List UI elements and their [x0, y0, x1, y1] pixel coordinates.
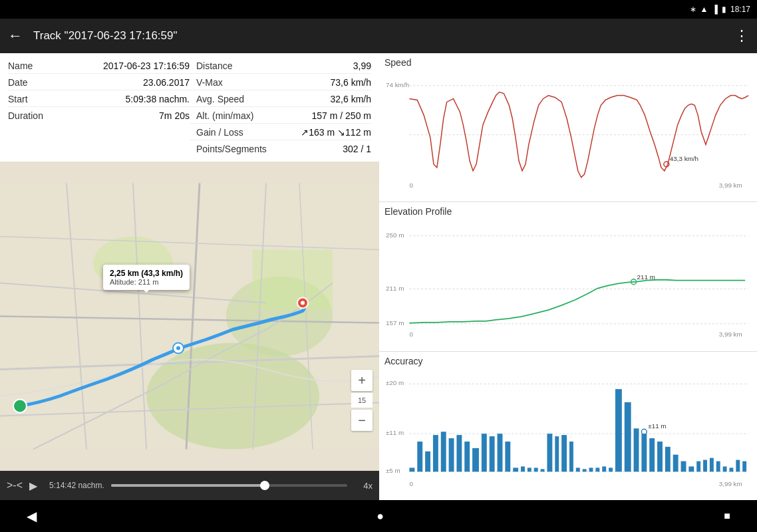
info-row-name: Name 2017-06-23 17:16:59	[8, 59, 190, 74]
svg-rect-58	[528, 467, 531, 471]
battery-icon: ▮	[722, 5, 726, 14]
alt-value: 157 m / 250 m	[312, 110, 372, 121]
vmax-label: V-Max	[196, 77, 249, 88]
more-options-button[interactable]: ⋮	[734, 27, 749, 45]
svg-rect-88	[742, 461, 746, 471]
left-panel: Name 2017-06-23 17:16:59 Date 23.06.2017…	[0, 53, 379, 500]
svg-point-19	[176, 346, 180, 350]
info-col-left: Name 2017-06-23 17:16:59 Date 23.06.2017…	[8, 59, 190, 156]
gain-label: Gain / Loss	[196, 127, 249, 138]
svg-rect-64	[569, 442, 573, 471]
zoom-in-button[interactable]: +	[351, 370, 373, 391]
rewind-button[interactable]: >-<	[7, 479, 23, 491]
svg-rect-74	[641, 434, 647, 471]
svg-rect-51	[472, 448, 479, 471]
zoom-out-button[interactable]: −	[351, 410, 373, 431]
speed-chart-section: Speed 74 km/h 43,3 km/h 0 3,99 km	[379, 53, 757, 202]
svg-rect-62	[555, 436, 559, 471]
app-bar: ← Track "2017-06-23 17:16:59" ⋮	[0, 19, 757, 53]
svg-text:43,3 km/h: 43,3 km/h	[670, 155, 698, 162]
date-label: Date	[8, 77, 61, 88]
svg-rect-48	[449, 438, 454, 471]
svg-point-17	[301, 301, 305, 305]
svg-rect-67	[589, 467, 593, 471]
svg-text:±20 m: ±20 m	[386, 379, 404, 386]
svg-text:±11 m: ±11 m	[386, 429, 404, 436]
svg-text:0: 0	[409, 182, 413, 189]
svg-rect-65	[576, 467, 580, 471]
svg-rect-73	[634, 428, 639, 471]
info-row-duration: Duration 7m 20s	[8, 108, 190, 123]
name-value: 2017-06-23 17:16:59	[103, 61, 190, 71]
svg-text:211 m: 211 m	[637, 273, 655, 281]
playback-bar: >-< ▶ 5:14:42 nachm. 4x	[0, 471, 379, 500]
svg-text:3,99 km: 3,99 km	[719, 480, 742, 487]
info-row-points: Points/Segments 302 / 1	[190, 142, 371, 156]
info-row-alt: Alt. (min/max) 157 m / 250 m	[190, 108, 371, 124]
speed-chart-area: 74 km/h 43,3 km/h 0 3,99 km	[384, 69, 752, 200]
playback-time: 5:14:42 nachm.	[49, 481, 104, 490]
svg-rect-63	[561, 435, 567, 471]
elevation-chart-title: Elevation Profile	[384, 206, 752, 217]
svg-rect-77	[665, 447, 671, 471]
svg-rect-71	[615, 389, 622, 471]
info-table: Name 2017-06-23 17:16:59 Date 23.06.2017…	[0, 53, 379, 162]
progress-fill	[111, 484, 265, 487]
vmax-value: 73,6 km/h	[331, 77, 371, 88]
svg-rect-55	[505, 442, 510, 471]
svg-rect-85	[723, 466, 727, 471]
svg-rect-57	[521, 466, 525, 471]
info-row-start: Start 5:09:38 nachm.	[8, 92, 190, 107]
svg-text:3,99 km: 3,99 km	[719, 182, 742, 189]
date-value: 23.06.2017	[143, 77, 190, 88]
playback-speed: 4x	[354, 481, 373, 491]
nav-back-button[interactable]: ◀	[27, 508, 37, 524]
svg-rect-82	[703, 460, 707, 471]
svg-point-15	[13, 400, 27, 413]
points-label: Points/Segments	[196, 144, 267, 154]
duration-label: Duration	[8, 110, 61, 121]
alt-label: Alt. (min/max)	[196, 110, 253, 121]
speed-chart-title: Speed	[384, 57, 752, 68]
info-row-date: Date 23.06.2017	[8, 75, 190, 90]
svg-rect-87	[736, 460, 740, 471]
svg-text:211 m: 211 m	[386, 285, 404, 292]
map-background: 2,25 km (43,3 km/h) Altitude: 211 m + 15…	[0, 162, 379, 471]
points-value: 302 / 1	[343, 144, 371, 154]
time-display: 18:17	[730, 5, 750, 14]
bluetooth-icon: ∗	[690, 5, 696, 14]
map-container[interactable]: 2,25 km (43,3 km/h) Altitude: 211 m + 15…	[0, 162, 379, 471]
svg-rect-49	[456, 435, 462, 471]
start-label: Start	[8, 94, 61, 104]
progress-bar[interactable]	[111, 484, 347, 487]
svg-rect-79	[681, 461, 686, 471]
svg-text:3,99 km: 3,99 km	[719, 331, 742, 338]
progress-thumb[interactable]	[260, 481, 269, 490]
main-content: Name 2017-06-23 17:16:59 Date 23.06.2017…	[0, 53, 757, 500]
avgspeed-value: 32,6 km/h	[331, 94, 371, 104]
svg-text:±5 m: ±5 m	[386, 467, 400, 474]
svg-rect-81	[696, 461, 700, 471]
info-row-vmax: V-Max 73,6 km/h	[190, 75, 371, 90]
nav-recent-button[interactable]: ■	[724, 510, 730, 522]
wifi-icon: ▲	[700, 5, 708, 14]
right-panel: Speed 74 km/h 43,3 km/h 0 3,99 km	[379, 53, 757, 500]
svg-text:0: 0	[409, 331, 413, 338]
play-button[interactable]: ▶	[29, 479, 43, 492]
svg-rect-52	[482, 434, 487, 471]
status-bar: ∗ ▲ ▐ ▮ 18:17	[0, 0, 757, 19]
gain-value: ↗163 m ↘112 m	[301, 127, 371, 138]
svg-rect-46	[433, 435, 438, 471]
svg-rect-69	[602, 466, 606, 471]
duration-value: 7m 20s	[159, 110, 190, 121]
avgspeed-label: Avg. Speed	[196, 94, 249, 104]
elevation-chart-svg: 250 m 211 m 157 m 211 m 0 3,99 km	[384, 218, 752, 349]
svg-rect-86	[729, 467, 733, 471]
zoom-level: 15	[351, 392, 373, 408]
accuracy-chart-svg: ±20 m ±11 m ±5 m	[384, 368, 752, 499]
page-title: Track "2017-06-23 17:16:59"	[33, 29, 724, 43]
nav-home-button[interactable]: ●	[377, 509, 384, 523]
svg-rect-80	[688, 466, 694, 471]
back-button[interactable]: ←	[8, 27, 23, 45]
elevation-chart-section: Elevation Profile 250 m 211 m 157 m 211 …	[379, 202, 757, 351]
